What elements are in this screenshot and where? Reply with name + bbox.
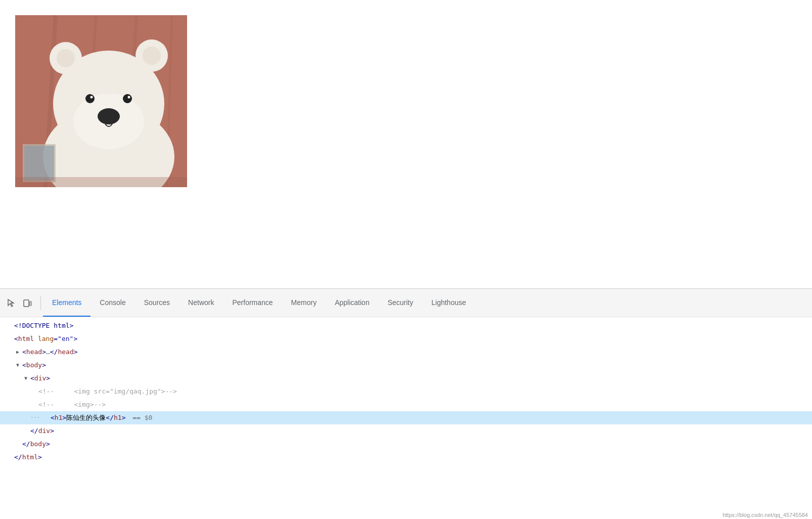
device-toolbar-icon[interactable] [20, 296, 34, 310]
tab-security[interactable]: Security [379, 289, 423, 317]
html-line-highlighted[interactable]: ··· <h1>陈仙生的头像</h1> == $0 [0, 411, 812, 424]
svg-point-16 [128, 96, 130, 99]
cursor-icon[interactable] [4, 296, 18, 310]
svg-point-15 [91, 96, 93, 99]
html-line[interactable]: </div> [0, 424, 812, 438]
html-line[interactable]: </body> [0, 438, 812, 451]
collapse-triangle[interactable] [14, 362, 21, 369]
html-line[interactable]: <head>…</head> [0, 345, 812, 359]
svg-point-11 [143, 47, 161, 65]
html-line[interactable]: </html> [0, 451, 812, 464]
tab-lighthouse[interactable]: Lighthouse [422, 289, 475, 317]
bear-image [15, 15, 187, 187]
tab-console[interactable]: Console [91, 289, 134, 317]
html-line[interactable]: <!-- <img>--> [0, 398, 812, 411]
html-line[interactable]: <div> [0, 372, 812, 385]
html-line[interactable]: <body> [0, 359, 812, 372]
svg-rect-21 [24, 300, 29, 307]
tab-sources[interactable]: Sources [135, 289, 179, 317]
html-line[interactable]: <!DOCTYPE html> [0, 319, 812, 332]
dots-icon: ··· [30, 412, 40, 423]
tab-application[interactable]: Application [326, 289, 379, 317]
svg-point-10 [57, 49, 75, 67]
devtools-icon-group [4, 296, 41, 310]
tab-network[interactable]: Network [179, 289, 223, 317]
url-hint: https://blog.csdn.net/qq_45745584 [723, 511, 808, 519]
svg-point-13 [85, 94, 95, 103]
tab-elements[interactable]: Elements [43, 289, 91, 317]
devtools-toolbar: Elements Console Sources Network Perform… [0, 289, 812, 317]
elements-panel: <!DOCTYPE html> <html lang="en"> <head>…… [0, 317, 812, 519]
collapse-triangle[interactable] [14, 349, 21, 356]
collapse-triangle[interactable] [22, 375, 29, 382]
html-line[interactable]: <html lang="en"> [0, 332, 812, 345]
html-line[interactable]: <!-- <img src="img/qaq.jpg">--> [0, 385, 812, 398]
tab-performance[interactable]: Performance [223, 289, 282, 317]
svg-point-14 [123, 94, 132, 103]
devtools-panel: Elements Console Sources Network Perform… [0, 288, 812, 519]
svg-rect-19 [24, 146, 54, 181]
devtools-tab-list: Elements Console Sources Network Perform… [43, 289, 808, 317]
browser-page [0, 0, 812, 288]
svg-rect-22 [30, 301, 31, 306]
tab-memory[interactable]: Memory [282, 289, 326, 317]
svg-point-17 [98, 108, 120, 124]
svg-rect-20 [15, 177, 187, 187]
